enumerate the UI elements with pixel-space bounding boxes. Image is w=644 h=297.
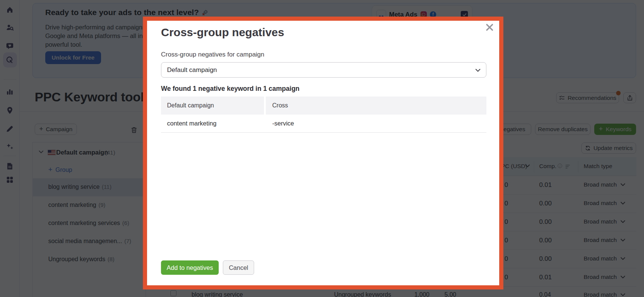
app-screen: Ready to take your ads to the next level… [0, 0, 644, 297]
column-header-cross: Cross [266, 96, 486, 115]
campaign-select-label: Cross-group negatives for campaign [161, 51, 264, 58]
close-icon[interactable] [484, 21, 495, 33]
negative-keyword-cell: -service [266, 120, 486, 127]
campaign-select[interactable]: Default campaign [161, 62, 486, 78]
column-header-campaign: Default campaign [161, 96, 264, 115]
add-to-negatives-button[interactable]: Add to negatives [161, 260, 219, 275]
modal-title: Cross-group negatives [161, 26, 284, 39]
group-name-cell: content marketing [161, 120, 266, 127]
campaign-select-value: Default campaign [167, 66, 217, 74]
negatives-table-row: content marketing -service [161, 115, 486, 133]
found-keywords-text: We found 1 negative keyword in 1 campaig… [161, 85, 299, 93]
cross-group-negatives-modal: Cross-group negatives Cross-group negati… [143, 17, 503, 289]
chevron-down-icon [475, 69, 480, 72]
cancel-button[interactable]: Cancel [223, 260, 254, 275]
negatives-table: Default campaign Cross content marketing… [161, 96, 486, 133]
modal-actions: Add to negatives Cancel [161, 260, 254, 275]
negatives-table-header: Default campaign Cross [161, 96, 486, 115]
